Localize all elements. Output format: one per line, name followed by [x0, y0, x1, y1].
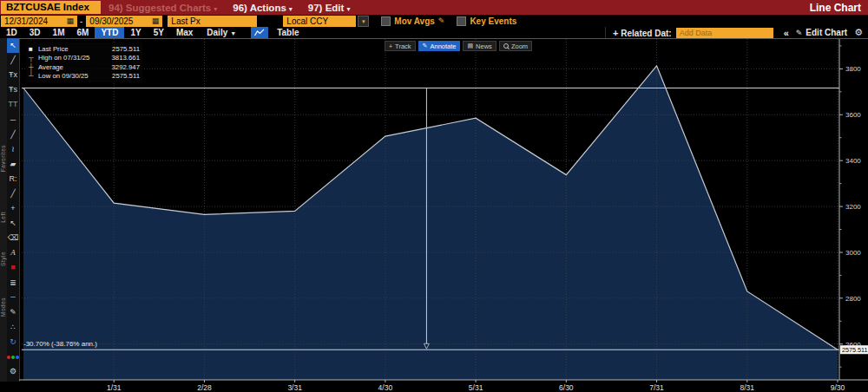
draw-line-icon[interactable]: ╱: [7, 53, 19, 68]
menu-edit[interactable]: 97) Edit▾: [300, 3, 358, 13]
trend-line-icon[interactable]: ╱: [7, 127, 19, 142]
toolbar-section-modes[interactable]: Modes: [0, 297, 7, 317]
settings-gear-icon[interactable]: ⚙: [7, 364, 19, 379]
svg-text:8/31: 8/31: [740, 383, 755, 392]
track-button[interactable]: + Track: [385, 41, 416, 51]
svg-text:2800: 2800: [845, 295, 861, 303]
caret-down-icon: ▾: [346, 5, 350, 13]
calendar-icon[interactable]: ▦: [152, 16, 160, 27]
menu-suggested-charts[interactable]: 94) Suggested Charts▾: [101, 3, 225, 13]
toolbar-section-left[interactable]: Left: [0, 212, 7, 223]
caret-down-icon: ▾: [214, 5, 217, 13]
range-tab-6m[interactable]: 6M: [71, 27, 95, 38]
caret-down-icon: ▼: [230, 30, 236, 36]
move-icon[interactable]: +: [7, 201, 19, 216]
svg-text:2/28: 2/28: [197, 383, 212, 392]
news-icon: ▤: [467, 42, 473, 49]
annotation-percent-label: -30.70% (-38.76% ann.): [23, 340, 97, 348]
range-tab-max[interactable]: Max: [170, 27, 199, 38]
line-chart-type-button[interactable]: [251, 27, 268, 38]
color-swatch-icon[interactable]: ■: [7, 260, 19, 275]
settings-bar: 12/31/2024 ▦ - 09/30/2025 ▦ Last Px Loca…: [0, 15, 868, 27]
caret-down-icon: ▾: [289, 5, 293, 13]
last-price-marker-icon: ■: [29, 45, 38, 53]
news-button[interactable]: ▤ News: [463, 41, 496, 51]
line-style-icon[interactable]: ┄: [7, 291, 19, 305]
price-chart[interactable]: -30.70% (-38.76% ann.)260028003000320034…: [19, 39, 868, 392]
edit-chart-button[interactable]: ✎ Edit Chart: [796, 28, 847, 37]
svg-text:9/30: 9/30: [831, 383, 845, 392]
range-bar: 1D3D1M6MYTD1Y5YMax Daily▼ Table +Related…: [0, 27, 868, 38]
legend-last-price: ■ Last Price 2575.511: [29, 44, 140, 54]
delete-icon[interactable]: ⌫: [7, 231, 19, 245]
calendar-icon[interactable]: ▦: [66, 16, 74, 27]
range-tab-5y[interactable]: 5Y: [148, 27, 170, 38]
page-title: Line Chart: [803, 2, 868, 14]
table-button[interactable]: Table: [268, 27, 307, 38]
key-events-checkbox[interactable]: [457, 16, 466, 26]
chart-tools: + Track ✎ Annotate ▤ News Zoom: [385, 41, 532, 51]
line-width-icon[interactable]: ≣: [7, 276, 19, 291]
date-to-input[interactable]: 09/30/2025 ▦: [86, 16, 162, 27]
annotation-flag-x-icon[interactable]: Ŧx: [7, 68, 19, 82]
date-range-dash: -: [80, 16, 82, 26]
period-select[interactable]: Daily▼: [201, 27, 242, 38]
toolbar-section-favorites[interactable]: Favorites: [0, 145, 7, 172]
average-marker-icon: ┼: [29, 63, 38, 71]
font-icon[interactable]: A: [7, 245, 19, 260]
annotate-button[interactable]: ✎ Annotate: [418, 41, 461, 51]
draw-pencil-icon[interactable]: ✎: [7, 305, 19, 320]
color-mode-icon[interactable]: [7, 350, 19, 364]
currency-select[interactable]: Local CCY: [283, 16, 356, 27]
polyline-icon[interactable]: ≀: [7, 142, 19, 157]
pencil-icon: ✎: [423, 42, 428, 49]
mov-avgs-checkbox[interactable]: [381, 16, 391, 26]
svg-text:3000: 3000: [845, 249, 861, 257]
plus-icon: +: [613, 28, 618, 38]
date-from-input[interactable]: 12/31/2024 ▦: [1, 16, 77, 27]
zoom-button[interactable]: Zoom: [499, 41, 532, 51]
add-data-input[interactable]: [676, 28, 773, 38]
regression-icon[interactable]: R:: [7, 172, 19, 186]
select-cursor-icon[interactable]: ↖: [7, 216, 19, 231]
line-chart-icon: [254, 29, 265, 36]
toolbar-section-style[interactable]: Style: [0, 252, 7, 266]
magnifier-icon: [503, 43, 509, 49]
text-icon[interactable]: TT: [7, 97, 19, 112]
legend-high: ┬ High on 07/31/25 3813.661: [29, 54, 140, 63]
range-tab-1m[interactable]: 1M: [47, 27, 71, 38]
range-tab-ytd[interactable]: YTD: [95, 27, 124, 38]
ray-icon[interactable]: ╱: [7, 186, 19, 201]
chart-legend: ■ Last Price 2575.511 ┬ High on 07/31/25…: [26, 42, 142, 82]
price-field-select[interactable]: Last Px: [168, 16, 257, 27]
range-tab-3d[interactable]: 3D: [23, 27, 47, 38]
mov-avgs-edit-icon[interactable]: ✎: [438, 16, 445, 25]
range-tab-1y[interactable]: 1Y: [124, 27, 147, 38]
mov-avgs-label: Mov Avgs: [394, 16, 435, 26]
svg-text:3200: 3200: [845, 203, 861, 211]
menu-actions[interactable]: 96) Actions▾: [225, 3, 300, 13]
key-events-label: Key Events: [470, 16, 516, 26]
svg-text:4/30: 4/30: [378, 383, 393, 392]
svg-text:6/30: 6/30: [559, 383, 574, 392]
toolbar-section-rail: FavoritesLeftStyleModes: [0, 38, 7, 382]
dots-icon[interactable]: ∴: [7, 320, 19, 335]
svg-text:1/31: 1/31: [107, 383, 122, 392]
settings-gear-icon[interactable]: ⚙: [854, 27, 863, 38]
range-tab-1d[interactable]: 1D: [0, 27, 23, 38]
chart-canvas-area[interactable]: -30.70% (-38.76% ann.)260028003000320034…: [19, 38, 868, 392]
collapse-button[interactable]: «: [780, 28, 792, 38]
pencil-icon: ✎: [796, 29, 803, 37]
rotate-icon[interactable]: ↻: [7, 335, 19, 350]
svg-text:3600: 3600: [845, 111, 861, 119]
currency-dropdown-button[interactable]: ▾: [358, 16, 369, 27]
horizontal-line-icon[interactable]: ─: [7, 112, 19, 127]
security-ticker[interactable]: BZTCUSAE Index: [1, 1, 101, 14]
svg-text:7/31: 7/31: [649, 383, 664, 392]
title-bar: BZTCUSAE Index 94) Suggested Charts▾ 96)…: [0, 0, 868, 15]
channel-icon[interactable]: ▰: [7, 157, 19, 172]
price-area-fill: [23, 66, 838, 380]
annotation-flag-s-icon[interactable]: Ŧs: [7, 82, 19, 97]
cursor-icon[interactable]: ↖: [7, 38, 19, 53]
high-marker-icon: ┬: [29, 54, 38, 62]
